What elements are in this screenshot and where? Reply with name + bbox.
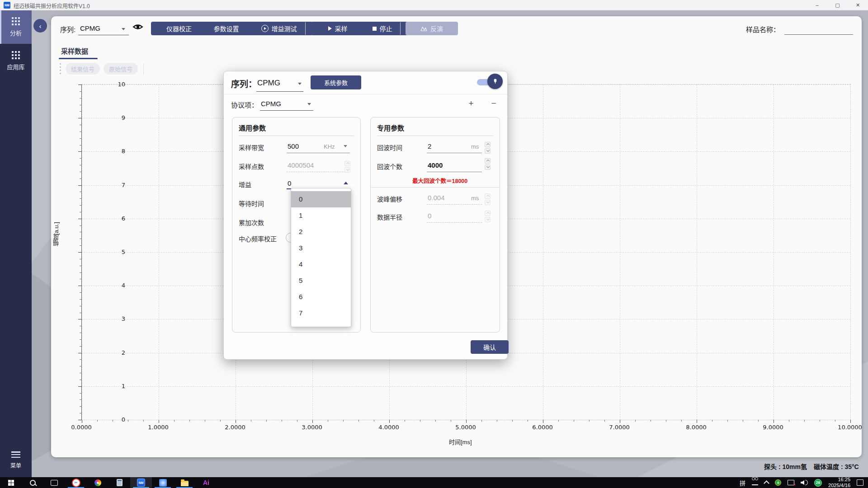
grid-icon [12,51,20,59]
gridline-h [82,386,850,387]
gain-option-6[interactable]: 6 [291,289,351,305]
confirm-button[interactable]: 确认 [471,340,509,354]
action-center-button[interactable] [857,479,863,486]
magnet-temperature-status: 磁体温度 : 35°C [814,462,859,471]
gain-option-4[interactable]: 4 [291,256,351,272]
x-axis-tick-labels: 0.00001.00002.00003.00004.00005.00006.00… [81,424,850,431]
sequence-select[interactable]: CPMG [78,23,129,35]
tick-x-major [850,420,851,423]
tick-y-minor [80,198,82,199]
points-input: 4000504 [288,161,314,169]
gain-option-1[interactable]: 1 [291,207,351,224]
minimize-button[interactable]: – [807,0,827,10]
tick-x-minor [266,420,267,422]
tick-y-minor [80,299,82,300]
sample-name-input[interactable] [784,23,853,35]
echo-count-stepper[interactable] [485,158,491,170]
tick-x-minor [189,420,190,422]
taskbar-clock[interactable]: 16:25 2025/4/16 [828,477,850,488]
dialog-sequence-select[interactable]: CPMG [256,77,305,92]
people-button[interactable] [752,480,758,485]
taskbar-search-button[interactable] [22,477,43,488]
chevron-up-icon[interactable] [344,182,348,184]
tick-y-minor [80,366,82,366]
bandwidth-unit[interactable]: KHz [324,143,335,150]
tick-y-minor [80,98,82,99]
gain-input[interactable]: 0 [288,179,291,187]
sidebar-collapse-button[interactable]: ‹ [33,19,47,33]
tick-x-minor [528,420,528,422]
inversion-button[interactable]: 反演 [406,22,458,35]
tray-expand-button[interactable] [764,480,769,485]
taskbar-app-calculator[interactable] [108,477,130,488]
tick-x-major [543,420,543,423]
sidebar-item-app-library[interactable]: 应用库 [0,44,32,78]
eye-icon[interactable] [132,23,143,31]
tick-y-major [78,420,82,420]
close-button[interactable]: ✕ [848,0,868,10]
gain-option-2[interactable]: 2 [291,224,351,240]
add-protocol-button[interactable]: + [466,99,476,108]
pin-button[interactable] [487,74,503,89]
maximize-button[interactable]: ▢ [827,0,848,10]
tick-y-major [78,185,82,186]
data-radius-stepper[interactable] [485,211,491,222]
tick-y-minor [80,205,82,206]
ime-indicator[interactable]: 拼 [740,479,745,487]
chevron-down-icon [122,28,125,30]
gain-option-3[interactable]: 3 [291,240,351,256]
volume-tray-button[interactable] [801,480,808,485]
gain-option-0[interactable]: 0 [291,191,351,207]
task-view-button[interactable] [43,477,65,488]
sequence-label: 序列: [60,24,75,34]
center-freq-label: 中心频率校正 [239,234,277,243]
battery-tray-button[interactable]: 26 [814,479,822,487]
gain-test-button[interactable]: 增益测试 [245,22,312,35]
sidebar-menu-button[interactable]: 菜单 [0,451,32,469]
taskbar-app-nm[interactable]: NM [130,477,152,488]
tick-x-minor [220,420,221,422]
taskbar-app-file-explorer[interactable] [174,477,195,488]
result-signal-pill[interactable]: 结果信号 [66,63,100,75]
tick-x-minor [374,420,374,422]
taskbar-app-paint[interactable] [87,477,108,488]
raw-signal-pill[interactable]: 原始信号 [104,63,138,75]
system-params-button[interactable]: 系统参数 [311,75,361,89]
tick-y-minor [80,158,82,159]
tick-y-major [78,118,82,118]
gain-dropdown-list: 01234567 [291,188,351,327]
peak-offset-stepper[interactable] [485,193,491,205]
network-tray-button[interactable] [788,480,794,485]
tick-y-minor [80,306,82,306]
taskbar-app-remote[interactable] [152,477,174,488]
drag-handle[interactable] [60,63,61,76]
taskbar-app-ai[interactable]: Ai [195,477,217,488]
remote-app-icon [159,479,167,487]
points-stepper[interactable] [344,161,350,173]
tick-y-minor [80,138,82,139]
tick-x-minor [589,420,590,422]
echo-time-stepper[interactable] [485,142,491,154]
panel-title: 通用参数 [239,123,266,132]
toolbar-divider [400,22,401,35]
echo-time-input[interactable]: 2 [428,142,431,150]
chevron-down-icon[interactable] [344,145,347,147]
remove-protocol-button[interactable]: − [489,99,499,108]
protocol-select[interactable]: CPMG [260,99,314,111]
sidebar-item-analysis[interactable]: 分析 [0,10,32,44]
y-tick-label: 4 [122,282,125,289]
sidebar: 分析 应用库 菜单 [0,10,32,477]
start-button[interactable] [0,477,22,488]
tick-x-minor [574,420,574,422]
underline [427,204,482,205]
tab-sampling-data[interactable]: 采样数据 [61,46,88,56]
gain-option-7[interactable]: 7 [291,305,351,321]
bandwidth-input[interactable]: 500 [288,142,299,150]
taskbar-app-snipping-tool[interactable]: ✂ [65,477,87,488]
gain-option-5[interactable]: 5 [291,272,351,289]
tick-x-minor [451,420,451,422]
y-tick-label: 0 [122,416,125,423]
echo-count-input[interactable]: 4000 [428,161,443,169]
security-tray-button[interactable]: + [775,479,781,486]
tick-y-minor [80,292,82,293]
